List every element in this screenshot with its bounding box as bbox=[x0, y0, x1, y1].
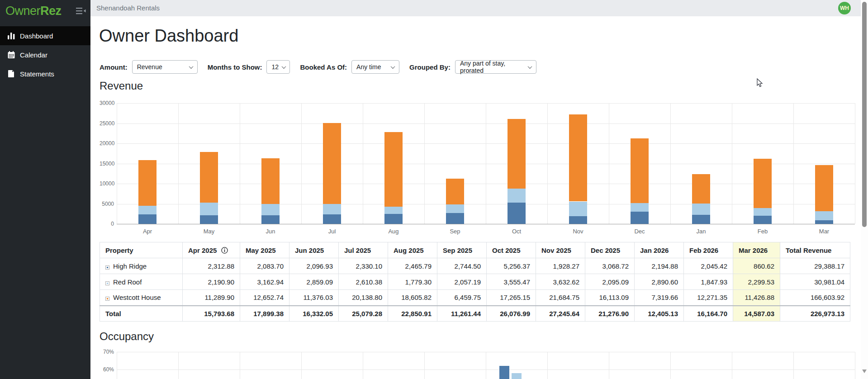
info-icon[interactable] bbox=[221, 247, 228, 254]
filter-bar: Amount: Revenue Months to Show: 12 Booke… bbox=[100, 60, 536, 74]
bar-segment-high-ridge[interactable] bbox=[323, 214, 341, 224]
bar-segment-westcott-house[interactable] bbox=[384, 132, 403, 207]
months-to-show-select[interactable]: 12 bbox=[266, 60, 290, 74]
occupancy-bar-red-roof[interactable] bbox=[512, 373, 522, 379]
x-axis-category-label: Jul bbox=[305, 228, 359, 235]
total-value-cell: 26,076.99 bbox=[487, 306, 536, 322]
bar-segment-westcott-house[interactable] bbox=[200, 152, 218, 203]
bar-segment-high-ridge[interactable] bbox=[508, 203, 526, 224]
bar-segment-high-ridge[interactable] bbox=[692, 215, 710, 224]
bar-segment-red-roof[interactable] bbox=[384, 207, 403, 214]
account-name: Shenandoah Rentals bbox=[96, 4, 160, 12]
x-axis-category-label: Jun bbox=[243, 228, 298, 235]
occupancy-chart: 70%60% bbox=[100, 343, 856, 379]
total-value-cell: 17,899.38 bbox=[240, 306, 289, 322]
y-axis-tick-label: 10000 bbox=[100, 180, 114, 187]
value-cell: 2,083.70 bbox=[240, 258, 289, 274]
value-cell: 11,289.90 bbox=[183, 290, 240, 306]
sidebar: OwnerRez Dashboard Calendar bbox=[0, 0, 90, 379]
bar-segment-high-ridge[interactable] bbox=[815, 220, 833, 224]
user-avatar[interactable]: WH bbox=[838, 2, 851, 14]
sidebar-item-statements[interactable]: Statements bbox=[0, 64, 90, 83]
column-header: Jan 2026 bbox=[635, 242, 684, 258]
total-value-cell: 15,793.68 bbox=[183, 306, 240, 322]
bar-segment-high-ridge[interactable] bbox=[631, 212, 649, 224]
bar-segment-westcott-house[interactable] bbox=[138, 160, 157, 205]
document-icon bbox=[7, 70, 15, 77]
bar-segment-red-roof[interactable] bbox=[446, 204, 464, 213]
value-cell: 11,426.88 bbox=[733, 290, 780, 306]
bar-segment-high-ridge[interactable] bbox=[569, 216, 587, 224]
bar-segment-westcott-house[interactable] bbox=[569, 114, 587, 202]
bar-segment-high-ridge[interactable] bbox=[200, 215, 218, 224]
bar-segment-red-roof[interactable] bbox=[200, 203, 218, 215]
gridline bbox=[424, 103, 425, 224]
gridline bbox=[547, 352, 548, 379]
gridline bbox=[793, 352, 794, 379]
gridline bbox=[424, 352, 425, 379]
grouped-by-filter-label: Grouped By: bbox=[409, 63, 451, 71]
bar-segment-high-ridge[interactable] bbox=[754, 216, 772, 224]
value-cell: 3,162.94 bbox=[240, 274, 289, 290]
value-cell: 1,847.93 bbox=[684, 274, 733, 290]
total-value-cell: 11,261.44 bbox=[437, 306, 487, 322]
column-header: Jun 2025 bbox=[289, 242, 339, 258]
scrollbar-down-arrow-icon[interactable] bbox=[862, 370, 867, 373]
y-axis-tick-label: 30000 bbox=[100, 100, 114, 106]
grouped-by-select-value: Any part of stay, prorated bbox=[460, 60, 525, 74]
sidebar-collapse-icon[interactable] bbox=[76, 7, 86, 16]
bar-segment-high-ridge[interactable] bbox=[138, 214, 157, 224]
value-cell: 18,605.82 bbox=[388, 290, 437, 306]
total-value-cell: 16,332.05 bbox=[289, 306, 339, 322]
bar-segment-high-ridge[interactable] bbox=[261, 215, 280, 224]
scrollbar-thumb[interactable] bbox=[862, 2, 867, 227]
gridline bbox=[240, 352, 240, 379]
bar-segment-westcott-house[interactable] bbox=[261, 158, 280, 204]
bar-segment-high-ridge[interactable] bbox=[446, 213, 464, 224]
column-header: Sep 2025 bbox=[437, 242, 487, 258]
series-color-swatch bbox=[105, 281, 109, 285]
bar-segment-red-roof[interactable] bbox=[754, 208, 772, 215]
gridline bbox=[486, 352, 486, 379]
value-cell: 11,376.03 bbox=[289, 290, 339, 306]
sidebar-item-label: Dashboard bbox=[20, 32, 53, 40]
column-header: Property bbox=[100, 242, 183, 258]
bar-segment-high-ridge[interactable] bbox=[384, 214, 403, 224]
column-header: Jul 2025 bbox=[339, 242, 388, 258]
amount-select[interactable]: Revenue bbox=[132, 60, 198, 74]
sidebar-item-calendar[interactable]: Calendar bbox=[0, 45, 90, 64]
bar-segment-red-roof[interactable] bbox=[569, 202, 587, 216]
sidebar-item-dashboard[interactable]: Dashboard bbox=[0, 26, 90, 45]
value-cell: 2,194.88 bbox=[635, 258, 684, 274]
occupancy-bar-high-ridge[interactable] bbox=[499, 366, 509, 379]
value-cell: 30,981.04 bbox=[780, 274, 850, 290]
bar-segment-red-roof[interactable] bbox=[323, 204, 341, 214]
value-cell: 3,068.72 bbox=[585, 258, 635, 274]
topbar: Shenandoah Rentals WH bbox=[90, 0, 861, 16]
column-header: Oct 2025 bbox=[487, 242, 536, 258]
bar-segment-red-roof[interactable] bbox=[692, 204, 710, 215]
value-cell: 6,459.75 bbox=[437, 290, 487, 306]
page-scrollbar[interactable] bbox=[861, 0, 868, 379]
bar-segment-westcott-house[interactable] bbox=[323, 123, 341, 204]
bar-segment-westcott-house[interactable] bbox=[631, 138, 649, 203]
bar-segment-red-roof[interactable] bbox=[631, 203, 649, 212]
revenue-chart: 050001000015000200002500030000AprMayJunJ… bbox=[100, 99, 856, 236]
value-cell: 5,256.37 bbox=[487, 258, 536, 274]
bar-segment-red-roof[interactable] bbox=[815, 211, 833, 220]
ownerrez-logo[interactable]: OwnerRez bbox=[5, 4, 62, 18]
bar-segment-red-roof[interactable] bbox=[508, 189, 526, 203]
bar-segment-westcott-house[interactable] bbox=[754, 159, 772, 208]
value-cell: 2,744.50 bbox=[437, 258, 487, 274]
bar-segment-westcott-house[interactable] bbox=[815, 165, 833, 211]
booked-as-of-select[interactable]: Any time bbox=[351, 60, 399, 74]
bar-segment-westcott-house[interactable] bbox=[508, 119, 526, 189]
bar-segment-red-roof[interactable] bbox=[138, 206, 157, 214]
gridline bbox=[547, 103, 548, 224]
bar-segment-red-roof[interactable] bbox=[261, 204, 280, 215]
grouped-by-select[interactable]: Any part of stay, prorated bbox=[455, 60, 536, 74]
bar-segment-westcott-house[interactable] bbox=[446, 179, 464, 204]
gridline bbox=[855, 103, 855, 224]
bar-segment-westcott-house[interactable] bbox=[692, 174, 710, 204]
gridline bbox=[240, 103, 240, 224]
